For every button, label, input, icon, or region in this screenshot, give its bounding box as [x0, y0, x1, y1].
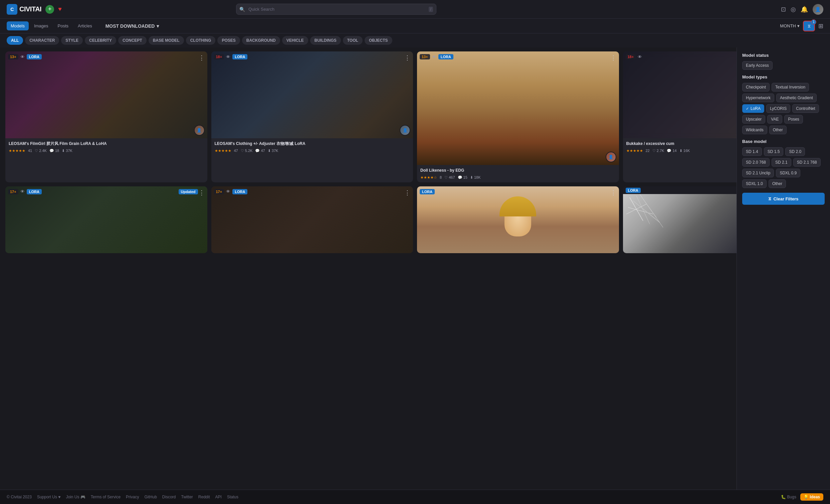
cat-style[interactable]: STYLE — [61, 36, 83, 45]
nav-posts[interactable]: Posts — [54, 21, 73, 30]
card-stats: ★★★★☆ 8 ♡ 467 💬 15 ⬇ 18K — [420, 175, 616, 180]
age-badge: 18+ — [214, 54, 224, 59]
filter-chip-checkpoint[interactable]: Checkpoint — [742, 83, 770, 92]
eye-slash-icon[interactable]: ◎ — [791, 6, 796, 13]
footer-twitter[interactable]: Twitter — [181, 495, 193, 499]
footer-privacy[interactable]: Privacy — [126, 495, 139, 499]
age-badge: 17+ — [214, 189, 224, 194]
cat-buildings[interactable]: BUILDINGS — [310, 36, 341, 45]
avatar[interactable]: 👤 — [812, 4, 823, 15]
footer-api[interactable]: API — [215, 495, 222, 499]
model-status-chips: Early Access — [742, 61, 825, 70]
cat-poses[interactable]: POSES — [217, 36, 240, 45]
type-badge: LORA — [232, 54, 247, 59]
add-button[interactable]: + — [45, 5, 54, 14]
cat-tool[interactable]: TOOL — [343, 36, 362, 45]
layout-button[interactable]: ⊞ — [818, 22, 823, 30]
base-model-chips: SD 1.4 SD 1.5 SD 2.0 SD 2.0 768 SD 2.1 S… — [742, 147, 825, 188]
cat-base-model[interactable]: BASE MODEL — [149, 36, 184, 45]
filter-chip-aesthetic-gradient[interactable]: Aesthetic Gradient — [776, 94, 817, 102]
sort-button[interactable]: MOST DOWNLOADED ▾ — [105, 23, 159, 29]
logo-text: CIVITAI — [19, 5, 41, 13]
favorites-icon[interactable]: ♥ — [58, 6, 62, 13]
search-input[interactable] — [236, 4, 436, 15]
card-menu[interactable]: ⋮ — [199, 189, 205, 196]
model-card[interactable]: 17+ 👁 LORA ⋮ — [211, 186, 413, 253]
card-menu[interactable]: ⋮ — [199, 54, 205, 61]
footer-discord[interactable]: Discord — [162, 495, 176, 499]
cat-background[interactable]: BACKGROUND — [242, 36, 280, 45]
filter-chip-sdxl-10[interactable]: SDXL 1.0 — [742, 179, 767, 188]
filter-chip-textual-inversion[interactable]: Textual Inversion — [772, 83, 809, 92]
filter-icon: ⧖ — [808, 23, 811, 29]
model-card[interactable]: 13+ 👁 LORA ⋮ 👤 Doll Likeness - by EDG ★★… — [417, 52, 619, 182]
filter-chip-sd21-unclip[interactable]: SD 2.1 Unclip — [742, 169, 774, 177]
filter-chip-poses[interactable]: Poses — [784, 115, 803, 124]
model-card[interactable]: LORA ⋮ — [417, 186, 619, 253]
filter-chip-wildcards[interactable]: Wildcards — [742, 126, 767, 134]
footer-terms[interactable]: Terms of Service — [91, 495, 121, 499]
filter-chip-sd15[interactable]: SD 1.5 — [764, 147, 784, 156]
clear-filters-button[interactable]: ⧖ Clear Filters — [742, 193, 825, 205]
filter-chip-vae[interactable]: VAE — [767, 115, 782, 124]
card-menu[interactable]: ⋮ — [404, 189, 410, 196]
filter-chip-lycoris[interactable]: LyCORIS — [766, 104, 790, 113]
nav-images[interactable]: Images — [30, 21, 53, 30]
filter-chip-sdxl-09[interactable]: SDXL 0.9 — [776, 169, 800, 177]
filter-chip-sd14[interactable]: SD 1.4 — [742, 147, 762, 156]
cat-character[interactable]: CHARACTER — [25, 36, 59, 45]
filter-chip-other-type[interactable]: Other — [769, 126, 787, 134]
card-menu[interactable]: ⋮ — [610, 54, 616, 61]
filter-chip-sd21-768[interactable]: SD 2.1 768 — [793, 158, 821, 167]
filter-chip-sd20[interactable]: SD 2.0 — [785, 147, 805, 156]
nav-articles[interactable]: Articles — [74, 21, 96, 30]
filter-chip-lora[interactable]: LoRA — [742, 104, 764, 113]
card-title: LEOSAM's Clothing +/- Adjuster 衣物增/减 LoR… — [215, 141, 410, 147]
ideas-button[interactable]: 💡 Ideas — [800, 493, 823, 501]
footer-github[interactable]: GitHub — [144, 495, 157, 499]
card-stats: ★★★★★ 47 ♡ 5.2K 💬 47 ⬇ 37K — [215, 149, 410, 153]
filter-chip-other-base[interactable]: Other — [769, 179, 786, 188]
sub-navbar: Models Images Posts Articles MOST DOWNLO… — [0, 19, 830, 33]
footer-reddit[interactable]: Reddit — [198, 495, 210, 499]
filter-chip-sd20-768[interactable]: SD 2.0 768 — [742, 158, 770, 167]
rating-count: 47 — [234, 149, 238, 153]
footer-support[interactable]: Support Us ♥ — [37, 495, 61, 499]
filter-chip-early-access[interactable]: Early Access — [742, 61, 773, 70]
period-button[interactable]: MONTH ▾ — [780, 23, 800, 28]
footer-join[interactable]: Join Us 🎮 — [66, 495, 85, 499]
cat-objects[interactable]: OBJECTS — [364, 36, 392, 45]
filter-panel: Model status Early Access Model types Ch… — [736, 48, 830, 490]
model-card[interactable]: 18+ 👁 LORA ⋮ 👤 LEOSAM's Clothing +/- Adj… — [211, 52, 413, 182]
card-info: LEOSAM's Clothing +/- Adjuster 衣物增/减 LoR… — [211, 138, 413, 156]
type-badge: LORA — [438, 54, 453, 59]
filter-chip-hypernetwork[interactable]: Hypernetwork — [742, 94, 774, 102]
bugs-button[interactable]: 🐛 Bugs — [781, 495, 796, 499]
card-thumbnail: 18+ 👁 LORA ⋮ 👤 — [211, 52, 413, 138]
card-thumbnail: 13+ 👁 LORA ⋮ 👤 — [5, 52, 208, 138]
nav-models[interactable]: Models — [7, 21, 29, 30]
comments-count: 💬 47 — [255, 149, 265, 153]
monitor-icon[interactable]: ⊡ — [781, 6, 786, 13]
footer-status[interactable]: Status — [227, 495, 238, 499]
cat-all[interactable]: ALL — [7, 36, 23, 45]
age-badge: 18+ — [626, 54, 636, 59]
bell-icon[interactable]: 🔔 — [801, 6, 808, 13]
filter-button[interactable]: ⧖ 1 — [803, 21, 815, 31]
card-menu[interactable]: ⋮ — [404, 54, 410, 61]
card-title: Doll Likeness - by EDG — [420, 168, 616, 174]
cat-clothing[interactable]: CLOTHING — [186, 36, 216, 45]
filter-chip-sd21[interactable]: SD 2.1 — [772, 158, 791, 167]
visibility-icon: 👁 — [226, 189, 230, 194]
visibility-icon: 👁 — [20, 55, 25, 59]
app-logo[interactable]: C CIVITAI — [7, 4, 41, 15]
model-card[interactable]: 13+ 👁 LORA ⋮ 👤 LEOSAM's FilmGirl 胶片风 Fil… — [5, 52, 208, 182]
cat-celebrity[interactable]: CELEBRITY — [85, 36, 116, 45]
comments-count: 💬 14 — [667, 149, 676, 153]
cat-vehicle[interactable]: VEHICLE — [282, 36, 308, 45]
bugs-label: 🐛 Bugs — [781, 495, 796, 499]
filter-chip-upscaler[interactable]: Upscaler — [742, 115, 765, 124]
cat-concept[interactable]: CONCEPT — [118, 36, 147, 45]
filter-chip-controlnet[interactable]: ControlNet — [792, 104, 819, 113]
model-card[interactable]: 17+ 👁 LORA Updated ⋮ — [5, 186, 208, 253]
